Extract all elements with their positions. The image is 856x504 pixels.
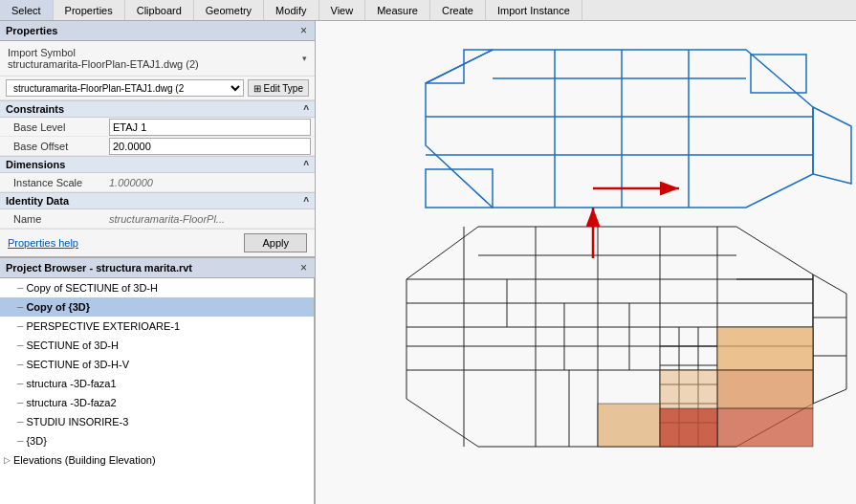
toolbar-measure[interactable]: Measure: [365, 0, 430, 20]
instance-scale-text: 1.000000: [109, 177, 153, 188]
edit-type-button[interactable]: ⊞ Edit Type: [248, 79, 309, 97]
type-selector[interactable]: structuramarita-FloorPlan-ETAJ1.dwg (2: [6, 79, 244, 97]
constraints-label: Constraints: [6, 103, 64, 115]
tree-item-0[interactable]: ─ Copy of SECTIUNE of 3D-H: [0, 278, 314, 297]
properties-panel-close[interactable]: ×: [298, 24, 309, 37]
base-level-value: [105, 118, 315, 137]
tree-item-7[interactable]: ─ STUDIU INSORIRE-3: [0, 412, 314, 431]
tree-expand-icon-1: ─: [17, 302, 23, 312]
tree-expand-icon-0: ─: [17, 283, 23, 293]
toolbar-select[interactable]: Select: [0, 0, 54, 20]
name-value: structuramarita-FloorPl...: [105, 212, 315, 226]
cad-canvas: [316, 21, 856, 504]
project-browser-content[interactable]: ─ Copy of SECTIUNE of 3D-H ─ Copy of {3D…: [0, 278, 315, 504]
base-offset-value: [105, 137, 315, 156]
name-text: structuramarita-FloorPl...: [109, 213, 225, 225]
project-browser-header: Project Browser - structura marita.rvt ×: [0, 257, 315, 278]
tree-item-1[interactable]: ─ Copy of {3D}: [0, 297, 314, 317]
left-panel: Properties × Import Symbol structuramari…: [0, 21, 316, 504]
tree-item-2[interactable]: ─ PERSPECTIVE EXTERIOARE-1: [0, 317, 314, 336]
toolbar-clipboard[interactable]: Clipboard: [125, 0, 194, 20]
import-symbol-info: Import Symbol structuramarita-FloorPlan-…: [8, 47, 199, 70]
tree-expand-icon-7: ─: [17, 417, 23, 427]
instance-scale-row: Instance Scale 1.000000: [0, 173, 315, 192]
identity-data-toggle[interactable]: ^: [303, 196, 309, 207]
instance-scale-value: 1.000000: [105, 176, 315, 189]
cad-drawing-svg: [316, 21, 856, 504]
viewport[interactable]: [316, 21, 856, 504]
identity-data-label: Identity Data: [6, 195, 69, 207]
tree-expand-icon-6: ─: [17, 398, 23, 407]
tree-expand-icon-2: ─: [17, 321, 23, 331]
base-level-row: Base Level: [0, 118, 315, 137]
import-symbol-file: structuramarita-FloorPlan-ETAJ1.dwg (2): [8, 58, 199, 70]
tree-item-9[interactable]: ▷ Elevations (Building Elevation): [0, 450, 314, 470]
tree-item-label-7: STUDIU INSORIRE-3: [26, 416, 128, 427]
properties-panel-title: Properties: [6, 25, 57, 36]
tree-item-label-4: SECTIUNE of 3D-H-V: [26, 359, 129, 370]
main-area: Properties × Import Symbol structuramari…: [0, 21, 856, 504]
type-selector-row: structuramarita-FloorPlan-ETAJ1.dwg (2 ⊞…: [0, 77, 315, 100]
dimensions-toggle[interactable]: ^: [303, 160, 309, 170]
main-toolbar: Select Properties Clipboard Geometry Mod…: [0, 0, 856, 21]
tree-item-label-8: {3D}: [26, 435, 46, 447]
toolbar-geometry[interactable]: Geometry: [194, 0, 264, 20]
tree-item-label-2: PERSPECTIVE EXTERIOARE-1: [26, 320, 180, 332]
properties-help-link[interactable]: Properties help: [8, 237, 78, 249]
tree-item-label-1: Copy of {3D}: [26, 301, 90, 313]
tree-item-5[interactable]: ─ structura -3D-faza1: [0, 374, 314, 393]
properties-footer: Properties help Apply: [0, 229, 315, 256]
tree-expand-icon-9: ▷: [4, 455, 11, 465]
tree-item-6[interactable]: ─ structura -3D-faza2: [0, 393, 314, 412]
name-label: Name: [0, 211, 105, 227]
name-row: Name structuramarita-FloorPl...: [0, 209, 315, 229]
constraints-section-header[interactable]: Constraints ^: [0, 100, 315, 118]
base-offset-label: Base Offset: [0, 139, 105, 154]
constraints-toggle[interactable]: ^: [303, 104, 309, 115]
toolbar-properties[interactable]: Properties: [54, 0, 125, 20]
tree-item-4[interactable]: ─ SECTIUNE of 3D-H-V: [0, 355, 314, 374]
edit-type-label: Edit Type: [263, 83, 303, 94]
svg-rect-39: [717, 327, 813, 370]
svg-rect-40: [717, 370, 813, 408]
toolbar-modify[interactable]: Modify: [264, 0, 318, 20]
tree-expand-icon-4: ─: [17, 360, 23, 369]
properties-panel: Properties × Import Symbol structuramari…: [0, 21, 315, 257]
import-symbol-label: Import Symbol: [8, 47, 199, 58]
tree-expand-icon-3: ─: [17, 340, 23, 350]
edit-type-icon: ⊞: [253, 83, 261, 94]
properties-panel-header: Properties ×: [0, 21, 315, 41]
base-level-input[interactable]: [109, 119, 311, 136]
tree-item-label-9: Elevations (Building Elevation): [13, 454, 156, 466]
dimensions-section-header[interactable]: Dimensions ^: [0, 156, 315, 173]
project-browser: Project Browser - structura marita.rvt ×…: [0, 257, 315, 504]
tree-item-8[interactable]: ─ {3D}: [0, 431, 314, 450]
import-symbol-header: Import Symbol structuramarita-FloorPlan-…: [0, 41, 315, 77]
tree-item-label-6: structura -3D-faza2: [26, 397, 116, 408]
toolbar-view[interactable]: View: [319, 0, 366, 20]
import-symbol-dropdown-arrow[interactable]: ▾: [302, 54, 307, 63]
tree-item-3[interactable]: ─ SECTIUNE of 3D-H: [0, 336, 314, 355]
base-offset-row: Base Offset: [0, 137, 315, 156]
svg-rect-41: [717, 408, 813, 447]
tree-expand-icon-5: ─: [17, 379, 23, 388]
toolbar-create[interactable]: Create: [430, 0, 486, 20]
project-browser-title: Project Browser - structura marita.rvt: [6, 262, 192, 274]
toolbar-import-instance[interactable]: Import Instance: [486, 0, 582, 20]
tree-item-label-5: structura -3D-faza1: [26, 378, 116, 389]
base-offset-input[interactable]: [109, 138, 311, 155]
tree-expand-icon-8: ─: [17, 436, 23, 446]
instance-scale-label: Instance Scale: [0, 175, 105, 190]
identity-data-section-header[interactable]: Identity Data ^: [0, 192, 315, 209]
svg-rect-43: [598, 404, 660, 447]
apply-button[interactable]: Apply: [244, 233, 307, 252]
base-level-label: Base Level: [0, 120, 105, 135]
dimensions-label: Dimensions: [6, 159, 65, 170]
project-browser-close[interactable]: ×: [298, 261, 309, 274]
tree-item-label-0: Copy of SECTIUNE of 3D-H: [26, 282, 158, 294]
tree-item-label-3: SECTIUNE of 3D-H: [26, 340, 119, 351]
svg-rect-44: [660, 408, 717, 447]
